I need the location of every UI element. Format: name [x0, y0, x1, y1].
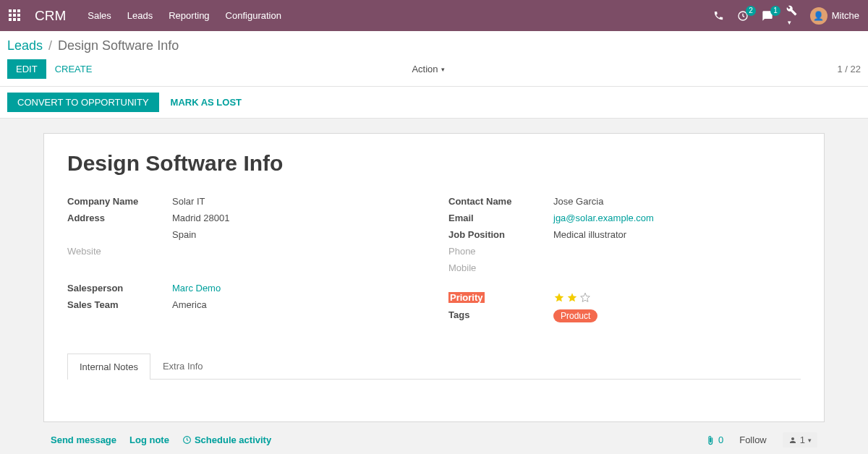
left-column: Company Name Solar IT Address Madrid 280… [67, 196, 420, 328]
attachments-count[interactable]: 0 [705, 434, 723, 445]
label-company: Company Name [67, 196, 172, 207]
label-priority: Priority [448, 292, 553, 304]
label-phone: Phone [448, 246, 553, 257]
control-panel: Leads / Design Software Info EDIT CREATE… [0, 31, 868, 87]
mark-lost-button[interactable]: MARK AS LOST [166, 93, 246, 112]
chevron-down-icon: ▾ [808, 437, 812, 444]
tab-extra-info[interactable]: Extra Info [150, 353, 216, 379]
value-contact: Jose Garcia [553, 196, 603, 207]
priority-stars[interactable] [553, 292, 591, 304]
user-icon [788, 436, 797, 445]
user-name: Mitche [832, 10, 859, 21]
top-navbar: CRM Sales Leads Reporting Configuration … [0, 0, 868, 31]
nav-sales[interactable]: Sales [88, 10, 111, 21]
value-address1: Madrid 28001 [172, 213, 230, 223]
value-salesperson[interactable]: Marc Demo [172, 283, 221, 294]
tab-internal-notes[interactable]: Internal Notes [67, 354, 150, 380]
schedule-activity-button[interactable]: Schedule activity [182, 434, 271, 445]
label-email: Email [448, 213, 553, 223]
right-column: Contact Name Jose Garcia Email jga@solar… [448, 196, 801, 328]
debug-icon[interactable]: ▾ [786, 5, 797, 27]
avatar: 👤 [810, 7, 827, 25]
breadcrumb: Leads / Design Software Info [0, 31, 868, 56]
log-note-button[interactable]: Log note [129, 434, 169, 445]
apps-icon[interactable] [9, 9, 22, 22]
value-sales-team: America [172, 299, 207, 310]
value-job: Medical illustrator [553, 229, 626, 240]
send-message-button[interactable]: Send message [51, 434, 116, 445]
label-sales-team: Sales Team [67, 299, 172, 310]
record-title: Design Software Info [67, 151, 801, 176]
tag-product[interactable]: Product [553, 309, 597, 322]
label-tags: Tags [448, 309, 553, 322]
activities-badge: 2 [746, 6, 756, 16]
label-website: Website [67, 246, 172, 257]
label-salesperson: Salesperson [67, 283, 172, 294]
label-contact: Contact Name [448, 196, 553, 207]
chatter-bar: Send message Log note Schedule activity … [0, 422, 868, 454]
main-menu: Sales Leads Reporting Configuration [88, 10, 281, 21]
breadcrumb-root[interactable]: Leads [7, 38, 43, 53]
value-email[interactable]: jga@solar.example.com [553, 213, 654, 223]
followers-count[interactable]: 1 ▾ [783, 432, 817, 447]
discuss-badge: 1 [770, 6, 780, 16]
star-icon[interactable] [579, 292, 591, 304]
breadcrumb-sep: / [48, 38, 52, 53]
clock-icon [182, 435, 192, 445]
form-sheet: Design Software Info Company Name Solar … [43, 133, 825, 422]
notebook-tabs: Internal Notes Extra Info [67, 353, 801, 380]
app-brand[interactable]: CRM [35, 8, 66, 24]
action-dropdown[interactable]: Action ▾ [412, 64, 444, 74]
user-menu[interactable]: 👤 Mitche [810, 7, 859, 25]
edit-button[interactable]: EDIT [7, 59, 46, 79]
chevron-down-icon: ▾ [441, 66, 445, 73]
status-bar: CONVERT TO OPPORTUNITY MARK AS LOST [0, 87, 868, 119]
label-job: Job Position [448, 229, 553, 240]
value-address2: Spain [172, 229, 196, 240]
label-address: Address [67, 213, 172, 223]
star-icon[interactable] [553, 292, 565, 304]
star-icon[interactable] [566, 292, 578, 304]
discuss-icon[interactable]: 1 [762, 10, 773, 22]
label-mobile: Mobile [448, 262, 553, 273]
pager[interactable]: 1 / 22 [837, 64, 861, 74]
phone-icon[interactable] [713, 10, 724, 21]
paperclip-icon [705, 435, 715, 445]
follow-button[interactable]: Follow [739, 434, 767, 445]
activities-icon[interactable]: 2 [737, 10, 749, 22]
value-company: Solar IT [172, 196, 205, 207]
nav-configuration[interactable]: Configuration [226, 10, 281, 21]
nav-reporting[interactable]: Reporting [169, 10, 209, 21]
create-button[interactable]: CREATE [46, 59, 101, 79]
convert-button[interactable]: CONVERT TO OPPORTUNITY [7, 93, 159, 112]
breadcrumb-current: Design Software Info [58, 38, 179, 53]
nav-leads[interactable]: Leads [127, 10, 153, 21]
